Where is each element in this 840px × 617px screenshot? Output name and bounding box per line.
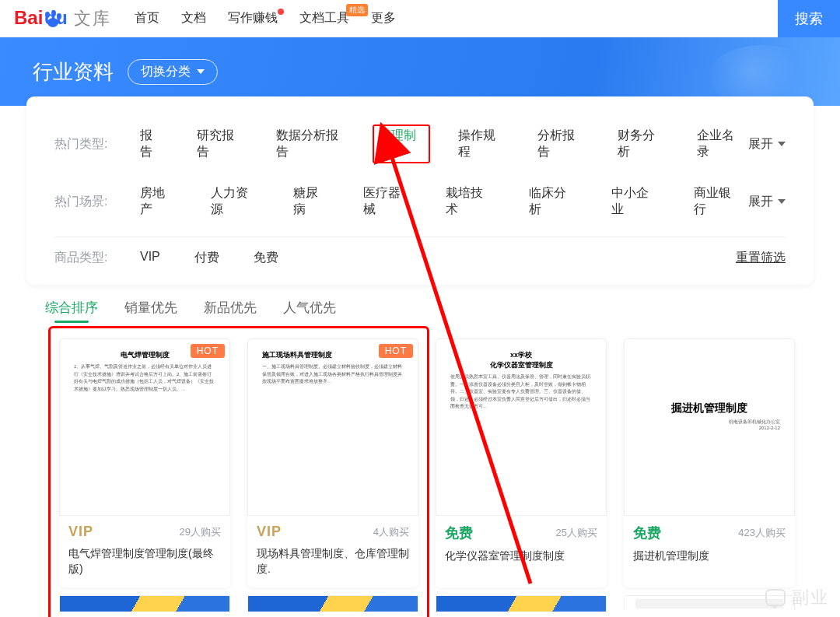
notification-dot-icon bbox=[278, 9, 284, 15]
doc-preview-title: xx学校 化学仪器室管理制度 bbox=[443, 350, 600, 370]
logo-wenku: 文库 bbox=[74, 7, 111, 30]
card-title: 化学仪器室管理制度制度 bbox=[436, 545, 607, 586]
card-meta: VIP 4人购买 bbox=[247, 516, 418, 543]
nav-tools[interactable]: 文档工具精选 bbox=[299, 10, 349, 26]
chip-commercial-bank[interactable]: 商业银行 bbox=[688, 182, 748, 221]
chip-vip[interactable]: VIP bbox=[134, 247, 166, 269]
svg-point-2 bbox=[57, 13, 61, 19]
doc-preview-title: 掘进机管理制度 bbox=[631, 401, 788, 415]
free-badge: 免费 bbox=[633, 524, 661, 542]
vip-badge: VIP bbox=[68, 524, 93, 540]
chip-enterprise-directory[interactable]: 企业名录 bbox=[691, 124, 748, 163]
chip-research-report[interactable]: 研究报告 bbox=[191, 124, 248, 163]
search-button[interactable]: 搜索 bbox=[778, 0, 840, 37]
chip-operation[interactable]: 操作规程 bbox=[452, 124, 509, 163]
svg-point-1 bbox=[51, 10, 56, 16]
baidu-wenku-logo[interactable]: Bai du 文库 bbox=[14, 7, 111, 30]
results-row-2 bbox=[26, 587, 814, 611]
result-card[interactable] bbox=[59, 595, 230, 611]
result-card[interactable] bbox=[247, 595, 418, 611]
nav-more[interactable]: 更多 bbox=[371, 10, 396, 26]
chip-management-system[interactable]: 管理制度 bbox=[373, 124, 430, 163]
logo-bai: Bai bbox=[14, 7, 43, 29]
nav-write[interactable]: 写作赚钱 bbox=[228, 10, 278, 26]
nav-tools-tag: 精选 bbox=[346, 4, 368, 16]
buyers-count: 423人购买 bbox=[738, 526, 786, 540]
filter-type-label: 热门类型: bbox=[54, 136, 117, 152]
result-card[interactable]: 掘进机管理制度 机电设备部机械化办公室 2012-2-12 免费 423人购买 … bbox=[624, 338, 795, 587]
buyers-count: 4人购买 bbox=[373, 525, 409, 539]
card-meta: VIP 29人购买 bbox=[59, 516, 230, 543]
doc-preview-body: 一、施工现场料具管理制度。必须建立材料验收制度，必须建立材料保管及领用台账，对进… bbox=[248, 363, 418, 386]
result-card[interactable] bbox=[436, 595, 607, 611]
filter-product-label: 商品类型: bbox=[54, 250, 117, 266]
filter-row-scene: 热门场景: 房地产 人力资源 糖尿病 医疗器械 栽培技术 临床分析 中小企业 商… bbox=[54, 173, 786, 230]
chip-diabetes[interactable]: 糖尿病 bbox=[287, 182, 336, 221]
result-card[interactable]: HOT 电气焊管理制度 1、从事气焊、气割及管道作业之前，必须经有关单位对作业人… bbox=[59, 338, 230, 587]
nav-docs[interactable]: 文档 bbox=[181, 10, 206, 26]
filter-row-product: 商品类型: VIP 付费 免费 重置筛选 bbox=[54, 237, 786, 279]
reset-filter-button[interactable]: 重置筛选 bbox=[736, 250, 786, 266]
card-title: 电气焊管理制度管理制度(最终版) bbox=[59, 543, 230, 587]
chevron-down-icon bbox=[197, 69, 205, 74]
buyers-count: 29人购买 bbox=[180, 525, 221, 539]
chevron-down-icon bbox=[778, 142, 786, 146]
top-nav: 首页 文档 写作赚钱 文档工具精选 更多 bbox=[135, 10, 396, 26]
svg-point-0 bbox=[45, 12, 50, 18]
sort-sales[interactable]: 销量优先 bbox=[124, 299, 177, 326]
doc-thumbnail: 掘进机管理制度 机电设备部机械化办公室 2012-2-12 bbox=[624, 338, 795, 516]
result-card[interactable]: HOT 施工现场料具管理制度 一、施工现场料具管理制度。必须建立材料验收制度，必… bbox=[247, 338, 418, 587]
doc-thumbnail: HOT 电气焊管理制度 1、从事气焊、气割及管道作业之前，必须经有关单位对作业人… bbox=[59, 338, 230, 516]
sort-new[interactable]: 新品优先 bbox=[204, 299, 257, 326]
filter-scene-label: 热门场景: bbox=[54, 194, 117, 210]
expand-scene-label: 展开 bbox=[748, 194, 773, 210]
nav-tools-label: 文档工具 bbox=[299, 11, 349, 24]
filter-product-chips: VIP 付费 免费 bbox=[134, 247, 736, 269]
chevron-down-icon bbox=[778, 199, 786, 204]
paw-icon bbox=[41, 10, 65, 29]
expand-type-label: 展开 bbox=[748, 136, 773, 152]
chip-cultivation[interactable]: 栽培技术 bbox=[439, 182, 500, 221]
watermark: 副业 bbox=[765, 586, 829, 609]
chip-paid[interactable]: 付费 bbox=[188, 247, 226, 269]
hot-badge: HOT bbox=[191, 344, 225, 358]
results: HOT 电气焊管理制度 1、从事气焊、气割及管道作业之前，必须经有关单位对作业人… bbox=[26, 326, 814, 611]
sort-bar: 综合排序 销量优先 新品优先 人气优先 bbox=[45, 299, 814, 326]
card-title: 现场料具管理制度、仓库管理制度. bbox=[247, 543, 418, 587]
result-card[interactable]: xx学校 化学仪器室管理制度 使用人员熟悉本室工具、仪器用法及保管、管理，同时兼… bbox=[436, 338, 607, 587]
doc-thumbnail: xx学校 化学仪器室管理制度 使用人员熟悉本室工具、仪器用法及保管、管理，同时兼… bbox=[436, 338, 607, 516]
filter-type-chips: 报告 研究报告 数据分析报告 管理制度 操作规程 分析报告 财务分析 企业名录 bbox=[134, 124, 748, 163]
doc-preview-body: 使用人员熟悉本室工具、仪器用法及保管、管理，同时兼任实验员职责。一、添置仪器设备… bbox=[436, 373, 606, 411]
chip-medical-device[interactable]: 医疗器械 bbox=[357, 182, 418, 221]
vip-badge: VIP bbox=[257, 524, 282, 540]
chip-data-analysis[interactable]: 数据分析报告 bbox=[270, 124, 350, 163]
watermark-text: 副业 bbox=[792, 586, 829, 609]
card-meta: 免费 25人购买 bbox=[436, 516, 607, 545]
chip-realestate[interactable]: 房地产 bbox=[134, 182, 183, 221]
free-badge: 免费 bbox=[445, 524, 473, 542]
chip-report[interactable]: 报告 bbox=[134, 124, 169, 163]
svg-point-3 bbox=[47, 18, 58, 27]
sort-comprehensive[interactable]: 综合排序 bbox=[45, 299, 98, 326]
filter-panel: 热门类型: 报告 研究报告 数据分析报告 管理制度 操作规程 分析报告 财务分析… bbox=[26, 96, 814, 285]
card-meta: 免费 423人购买 bbox=[624, 516, 795, 545]
chip-analysis-report[interactable]: 分析报告 bbox=[531, 124, 589, 163]
chip-hr[interactable]: 人力资源 bbox=[205, 182, 265, 221]
chip-financial-analysis[interactable]: 财务分析 bbox=[611, 124, 669, 163]
expand-scene-button[interactable]: 展开 bbox=[748, 194, 786, 210]
doc-thumbnail: HOT 施工现场料具管理制度 一、施工现场料具管理制度。必须建立材料验收制度，必… bbox=[247, 338, 418, 516]
switch-category-button[interactable]: 切换分类 bbox=[128, 59, 218, 85]
logo-du-wrap: du bbox=[44, 7, 67, 29]
sort-popularity[interactable]: 人气优先 bbox=[283, 299, 336, 326]
top-bar: Bai du 文库 首页 文档 写作赚钱 文档工具精选 更多 搜索 bbox=[0, 0, 840, 37]
nav-write-label: 写作赚钱 bbox=[228, 11, 278, 24]
chip-clinical[interactable]: 临床分析 bbox=[523, 182, 583, 221]
expand-type-button[interactable]: 展开 bbox=[748, 136, 786, 152]
chip-sme[interactable]: 中小企业 bbox=[605, 182, 666, 221]
card-title: 掘进机管理制度 bbox=[624, 545, 795, 586]
nav-home[interactable]: 首页 bbox=[135, 10, 159, 26]
results-grid: HOT 电气焊管理制度 1、从事气焊、气割及管道作业之前，必须经有关单位对作业人… bbox=[26, 326, 814, 587]
filter-scene-chips: 房地产 人力资源 糖尿病 医疗器械 栽培技术 临床分析 中小企业 商业银行 bbox=[134, 182, 748, 221]
doc-preview-body: 1、从事气焊、气割及管道作业之前，必须经有关单位对作业人员进行《安全技术措施》培… bbox=[60, 363, 229, 393]
chip-free[interactable]: 免费 bbox=[247, 247, 285, 269]
